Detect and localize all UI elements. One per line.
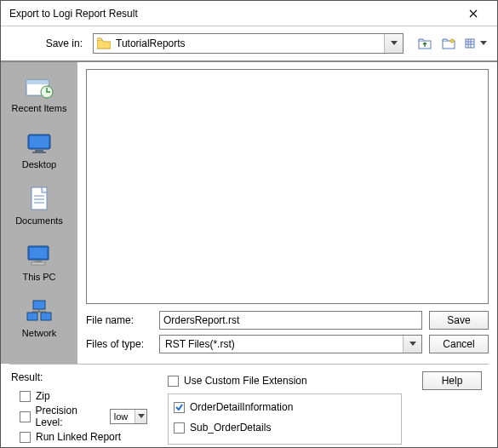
folder-icon xyxy=(97,37,111,49)
sidebar-item-label: This PC xyxy=(6,272,72,282)
network-icon xyxy=(22,297,56,326)
browser-area: Recent Items Desktop Documents This PC N… xyxy=(1,62,497,364)
sidebar-item-this-pc[interactable]: This PC xyxy=(6,238,72,289)
report-opt-2-checkbox[interactable] xyxy=(174,422,185,434)
report-opt-1-checkbox[interactable] xyxy=(174,402,185,413)
new-folder-button[interactable] xyxy=(439,34,458,53)
run-linked-checkbox[interactable] xyxy=(20,432,31,443)
custom-ext-label: Use Custom File Extension xyxy=(184,375,307,387)
save-button[interactable]: Save xyxy=(429,311,489,330)
save-in-value: TutorialReports xyxy=(116,37,186,49)
svg-rect-13 xyxy=(35,150,43,152)
svg-point-2 xyxy=(450,39,454,43)
svg-rect-12 xyxy=(30,136,49,147)
sidebar-item-network[interactable]: Network xyxy=(6,294,72,345)
file-type-label: Files of type: xyxy=(86,338,152,350)
zip-checkbox[interactable] xyxy=(20,391,31,402)
zip-option[interactable]: Zip xyxy=(20,388,147,404)
chevron-down-icon xyxy=(480,41,487,46)
sidebar-item-recent[interactable]: Recent Items xyxy=(6,69,72,120)
sidebar-item-label: Network xyxy=(6,328,72,338)
precision-value: low xyxy=(114,411,129,422)
sidebar-item-label: Recent Items xyxy=(6,103,72,113)
titlebar: Export to Logi Report Result xyxy=(1,1,497,26)
sidebar-item-label: Documents xyxy=(6,215,72,226)
precision-checkbox[interactable] xyxy=(20,411,31,422)
run-linked-label: Run Linked Report xyxy=(36,431,121,443)
custom-ext-option[interactable]: Use Custom File Extension xyxy=(168,373,402,388)
run-linked-option[interactable]: Run Linked Report xyxy=(20,429,147,445)
save-in-label: Save in: xyxy=(9,37,86,49)
close-icon xyxy=(469,9,478,18)
custom-ext-checkbox[interactable] xyxy=(168,376,179,387)
result-title: Result: xyxy=(11,371,147,383)
close-button[interactable] xyxy=(456,2,490,26)
window-title: Export to Logi Report Result xyxy=(9,8,456,20)
sidebar-item-documents[interactable]: Documents xyxy=(6,181,72,233)
sidebar-item-label: Desktop xyxy=(6,159,72,169)
desktop-icon xyxy=(22,129,56,158)
up-folder-icon xyxy=(418,37,432,49)
documents-icon xyxy=(22,185,56,214)
file-name-input[interactable] xyxy=(159,311,422,330)
sidebar-item-desktop[interactable]: Desktop xyxy=(6,125,72,176)
save-in-row: Save in: TutorialReports xyxy=(1,26,497,62)
report-opt-2-label: Sub_OrderDetails xyxy=(190,422,271,434)
recent-items-icon xyxy=(22,72,56,101)
zip-label: Zip xyxy=(36,390,50,402)
places-sidebar: Recent Items Desktop Documents This PC N… xyxy=(1,62,77,364)
precision-combo[interactable]: low xyxy=(110,409,147,424)
svg-rect-24 xyxy=(27,313,37,320)
result-col3: Help xyxy=(422,371,487,448)
file-type-combo[interactable]: RST Files(*.rst) xyxy=(159,335,422,353)
new-folder-icon xyxy=(442,37,455,49)
chevron-down-icon[interactable] xyxy=(135,410,146,423)
file-list[interactable] xyxy=(86,69,489,304)
svg-rect-25 xyxy=(41,313,51,320)
chevron-down-icon[interactable] xyxy=(403,336,421,353)
cancel-button[interactable]: Cancel xyxy=(429,335,489,353)
svg-rect-20 xyxy=(30,248,47,258)
up-one-level-button[interactable] xyxy=(415,34,434,53)
svg-rect-14 xyxy=(32,152,46,153)
report-opt-2[interactable]: Sub_OrderDetails xyxy=(174,420,396,435)
result-col1: Result: Zip Precision Level: low Run Lin… xyxy=(11,371,147,448)
this-pc-icon xyxy=(22,241,56,270)
save-in-toolbar xyxy=(410,34,489,53)
file-type-row: Files of type: RST Files(*.rst) Cancel xyxy=(86,335,489,353)
chevron-down-icon[interactable] xyxy=(384,34,403,53)
file-type-value: RST Files(*.rst) xyxy=(165,338,235,350)
svg-rect-3 xyxy=(466,39,474,48)
result-col2: Use Custom File Extension OrderDetailInf… xyxy=(168,371,402,448)
result-section: Result: Zip Precision Level: low Run Lin… xyxy=(1,365,497,448)
svg-rect-9 xyxy=(26,80,49,84)
report-opt-1[interactable]: OrderDetailInformation xyxy=(174,399,396,415)
help-button[interactable]: Help xyxy=(422,371,482,390)
view-grid-icon xyxy=(465,37,478,49)
save-in-combo[interactable]: TutorialReports xyxy=(93,33,404,54)
view-menu-button[interactable] xyxy=(463,34,489,53)
precision-label: Precision Level: xyxy=(36,405,105,428)
file-name-label: File name: xyxy=(86,314,152,326)
file-name-row: File name: Save xyxy=(86,311,489,330)
precision-option[interactable]: Precision Level: low xyxy=(20,409,147,424)
svg-rect-22 xyxy=(31,262,45,265)
file-chooser-right: File name: Save Files of type: RST Files… xyxy=(77,62,497,364)
report-opt-1-label: OrderDetailInformation xyxy=(190,401,293,413)
svg-rect-23 xyxy=(33,301,45,309)
